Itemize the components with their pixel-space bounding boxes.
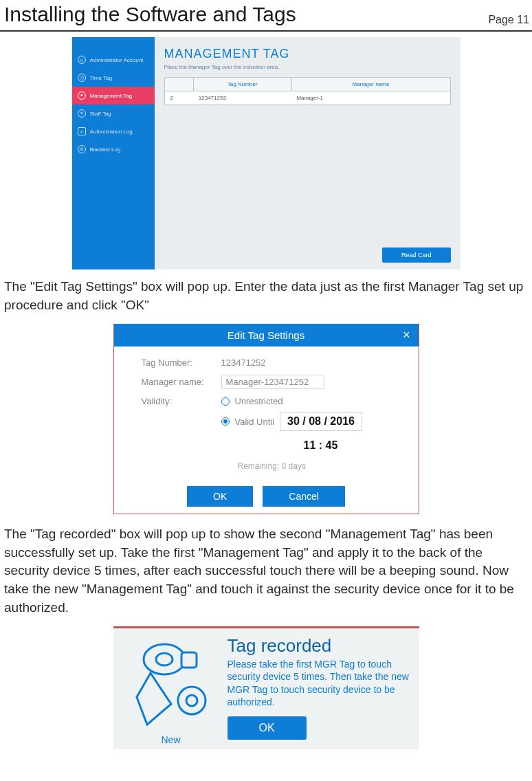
sidebar-item-label: Authorization Log xyxy=(90,129,133,135)
table-row[interactable]: 2 123471253 Manager-1 xyxy=(165,91,450,104)
cell-manager-name: Manager-1 xyxy=(291,91,450,104)
read-card-button[interactable]: Read Card xyxy=(382,248,451,263)
sidebar-item-auth-log[interactable]: ≡ Authorization Log xyxy=(72,122,155,140)
page-title: Installing the Software and Tags xyxy=(4,3,296,26)
sidebar-item-management-tag[interactable]: ✦ Management Tag xyxy=(72,87,155,104)
tag-recorded-message: Please take the first MGR Tag to touch s… xyxy=(228,658,410,708)
tag-icon: ✦ xyxy=(78,91,86,100)
tag-recorded-title: Tag recorded xyxy=(228,635,410,657)
sidebar-item-label: Staff Tag xyxy=(90,111,111,117)
table-header-row: Tag Number Manager name xyxy=(165,78,450,91)
input-manager-name[interactable]: Manager-123471252 xyxy=(221,375,324,389)
sidebar-item-time-tag[interactable]: ◷ Time Tag xyxy=(72,69,155,87)
sidebar-item-staff-tag[interactable]: ✶ Staff Tag xyxy=(72,104,155,122)
edit-tag-dialog: Edit Tag Settings × Tag Number: 12347125… xyxy=(113,324,419,514)
close-icon[interactable]: × xyxy=(403,328,410,342)
sidebar-item-blacklist-log[interactable]: ⊘ Blacklist Log xyxy=(72,140,155,158)
sidebar-item-admin[interactable]: ☺ Administrator Account xyxy=(72,51,155,69)
sidebar-item-label: Time Tag xyxy=(90,75,112,81)
ban-icon: ⊘ xyxy=(78,145,86,153)
tag-recorded-dialog: New Tag recorded Please take the first M… xyxy=(113,626,419,749)
cell-tag-number: 123471253 xyxy=(193,91,291,104)
body-paragraph-2: The "Tag recorded" box will pop up to sh… xyxy=(4,525,528,617)
sidebar-item-label: Management Tag xyxy=(90,93,133,99)
svg-point-1 xyxy=(156,653,173,666)
management-table: Tag Number Manager name 2 123471253 Mana… xyxy=(164,77,451,105)
radio-valid-until[interactable] xyxy=(221,417,230,426)
col-index xyxy=(165,78,194,91)
body-paragraph-1: The "Edit Tag Settings" box will pop up.… xyxy=(4,278,528,314)
device-illustration: New xyxy=(123,635,219,745)
management-subtitle: Place the Manager Tag over the induction… xyxy=(164,64,451,70)
ok-button[interactable]: OK xyxy=(187,486,253,507)
ok-button[interactable]: OK xyxy=(228,716,307,740)
label-validity: Validity: xyxy=(142,396,217,406)
label-unrestricted: Unrestricted xyxy=(235,396,283,406)
management-title: MANAGEMENT TAG xyxy=(164,47,451,61)
page-number: Page 11 xyxy=(488,14,529,26)
management-main-panel: MANAGEMENT TAG Place the Manager Tag ove… xyxy=(155,37,461,270)
time-field[interactable]: 11 : 45 xyxy=(297,437,362,454)
col-tag-number: Tag Number xyxy=(194,78,292,91)
sidebar-item-label: Administrator Account xyxy=(90,57,144,63)
label-valid-until: Valid Until xyxy=(235,417,275,427)
sidebar: ☺ Administrator Account ◷ Time Tag ✦ Man… xyxy=(72,37,155,270)
svg-point-4 xyxy=(186,695,197,706)
dialog-header: Edit Tag Settings × xyxy=(114,324,419,346)
radio-unrestricted[interactable] xyxy=(221,397,230,406)
staff-icon: ✶ xyxy=(78,109,86,118)
management-tag-screenshot: ☺ Administrator Account ◷ Time Tag ✦ Man… xyxy=(72,37,461,270)
svg-rect-2 xyxy=(181,652,197,668)
dialog-title: Edit Tag Settings xyxy=(228,329,304,341)
user-icon: ☺ xyxy=(78,56,86,64)
remaining-label: Remaining: 0 days xyxy=(238,461,405,471)
date-field[interactable]: 30 / 08 / 2016 xyxy=(280,412,362,431)
label-manager-name: Manager name: xyxy=(142,377,217,387)
cell-index: 2 xyxy=(165,91,193,104)
value-tag-number: 123471252 xyxy=(221,358,266,368)
col-manager-name: Manager name xyxy=(292,78,450,91)
cancel-button[interactable]: Cancel xyxy=(263,486,345,507)
label-tag-number: Tag Number: xyxy=(142,358,217,368)
clock-icon: ◷ xyxy=(78,74,86,82)
log-icon: ≡ xyxy=(78,127,86,135)
new-label: New xyxy=(161,734,180,745)
sidebar-item-label: Blacklist Log xyxy=(90,146,121,153)
